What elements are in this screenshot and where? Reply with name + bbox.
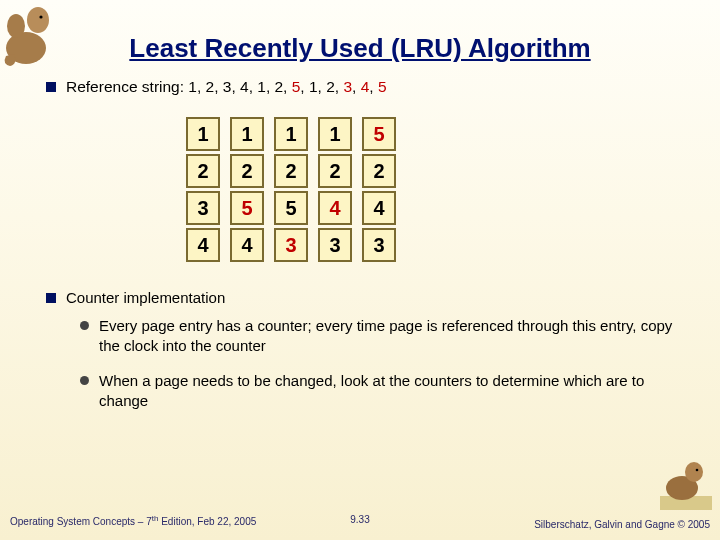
reference-string-text: Reference string: 1, 2, 3, 4, 1, 2, 5, 1…: [66, 78, 387, 96]
sub-bullet-item: When a page needs to be changed, look at…: [80, 371, 690, 412]
footer-right: Silberschatz, Galvin and Gagne © 2005: [534, 519, 710, 530]
frame-cell: 3: [186, 191, 220, 225]
frame-cell: 4: [362, 191, 396, 225]
sub-bullet-text: When a page needs to be changed, look at…: [99, 371, 690, 412]
sub-bullet-item: Every page entry has a counter; every ti…: [80, 316, 690, 357]
frame-cell: 5: [230, 191, 264, 225]
svg-point-6: [685, 462, 703, 482]
frame-cell: 4: [318, 191, 352, 225]
svg-point-3: [39, 15, 42, 18]
frame-cell: 1: [230, 117, 264, 151]
frame-cell: 2: [274, 154, 308, 188]
square-bullet-icon: [46, 293, 56, 303]
frame-cell: 3: [274, 228, 308, 262]
slide-title: Least Recently Used (LRU) Algorithm: [0, 33, 720, 64]
square-bullet-icon: [46, 82, 56, 92]
frame-cell: 5: [362, 117, 396, 151]
round-bullet-icon: [80, 376, 89, 385]
sub-bullet-text: Every page entry has a counter; every ti…: [99, 316, 690, 357]
svg-point-7: [696, 469, 699, 472]
footer-page-number: 9.33: [350, 514, 369, 525]
bullet-counter-impl: Counter implementation: [46, 289, 690, 306]
frame-cell: 2: [362, 154, 396, 188]
slide-footer: Operating System Concepts – 7th Edition,…: [0, 514, 720, 530]
page-frames-table: 1 1 1 1 5 2 2 2 2 2 3 5 5 4 4 4 4 3 3 3: [176, 114, 406, 265]
frame-cell: 3: [362, 228, 396, 262]
dinosaur-decoration-bottom-right: [660, 456, 712, 510]
frame-cell: 4: [230, 228, 264, 262]
frame-cell: 1: [186, 117, 220, 151]
frame-cell: 5: [274, 191, 308, 225]
sub-bullet-list: Every page entry has a counter; every ti…: [80, 316, 690, 411]
bullet-text: Counter implementation: [66, 289, 225, 306]
slide-content: Reference string: 1, 2, 3, 4, 1, 2, 5, 1…: [46, 78, 690, 425]
frame-cell: 2: [186, 154, 220, 188]
frame-cell: 1: [274, 117, 308, 151]
round-bullet-icon: [80, 321, 89, 330]
frame-cell: 4: [186, 228, 220, 262]
frame-cell: 2: [318, 154, 352, 188]
frame-cell: 2: [230, 154, 264, 188]
svg-point-2: [27, 7, 49, 33]
footer-left: Operating System Concepts – 7th Edition,…: [10, 514, 256, 527]
frame-cell: 3: [318, 228, 352, 262]
bullet-reference-string: Reference string: 1, 2, 3, 4, 1, 2, 5, 1…: [46, 78, 690, 96]
frame-cell: 1: [318, 117, 352, 151]
